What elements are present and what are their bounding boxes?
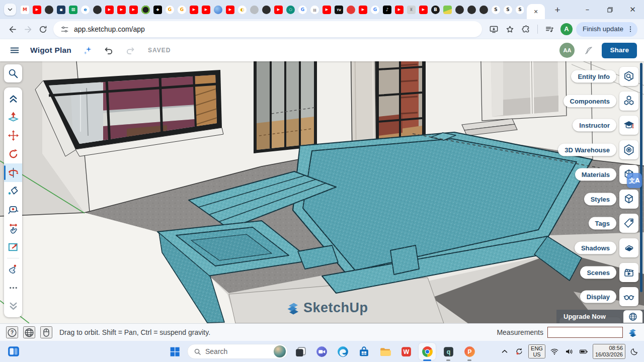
zoom-window-tool-button[interactable] [4,238,22,256]
browser-tab[interactable]: ▶ [129,6,138,14]
browser-tab[interactable] [347,6,355,14]
browser-tab[interactable]: ♪ [383,6,391,14]
browser-tab[interactable] [467,6,476,14]
browser-tab[interactable]: ▶ [419,6,428,14]
redo-button[interactable] [122,42,139,59]
browser-tab[interactable]: S [516,6,524,14]
components-panel-button[interactable] [619,92,638,111]
model-viewport[interactable]: SketchUp Entity InfoComponentsInstructor… [0,61,644,323]
p-photos-taskbar-icon[interactable]: P [461,343,478,360]
do-not-disturb-moon-icon[interactable] [629,346,640,357]
browser-tab[interactable]: ▶ [274,6,283,14]
browser-tab[interactable]: G [166,6,174,14]
address-bar[interactable]: app.sketchup.com/app [53,21,482,37]
browser-tab[interactable]: ♜ [407,6,416,14]
window-restore-button[interactable] [599,0,621,19]
tags-panel-button[interactable] [619,214,638,233]
browser-tab[interactable]: ||| [310,6,319,14]
site-settings-icon[interactable] [60,25,69,34]
language-globe-button[interactable] [623,310,642,323]
browser-tab[interactable] [479,6,488,14]
browser-tab[interactable]: ○ [286,6,295,14]
widgets-icon[interactable] [7,345,20,358]
language-indicator[interactable]: ENG US [528,344,545,358]
tab-scroll-chevron-icon[interactable] [4,4,16,16]
browser-tab[interactable]: S [504,6,512,14]
collapse-up-tool-button[interactable] [4,89,22,108]
browser-tab[interactable]: B [431,6,440,14]
browser-tab[interactable]: M [21,6,29,14]
document-title[interactable]: Wigot Plan [30,46,71,54]
browser-tab[interactable] [262,6,271,14]
browser-tab[interactable]: ▶ [395,6,404,14]
edge-taskbar-icon[interactable] [334,343,351,360]
browser-tab[interactable] [141,6,150,14]
ms-store-taskbar-icon[interactable] [355,343,372,360]
bookmark-star-icon[interactable] [502,22,517,37]
update-pending-icon[interactable] [514,346,525,357]
q-app-taskbar-icon[interactable]: q [440,343,457,360]
measurements-input[interactable] [547,327,623,338]
reload-button[interactable] [35,22,50,37]
browser-tab[interactable] [443,6,452,14]
browser-tab[interactable]: ▶ [226,6,234,14]
wifi-icon[interactable] [549,346,560,357]
rotate-tool-button[interactable] [4,145,22,163]
browser-tab[interactable]: ▶ [190,6,198,14]
browser-tab[interactable] [93,6,102,14]
install-app-icon[interactable] [486,22,501,37]
help-icon[interactable]: ? [6,326,18,338]
extensions-puzzle-icon[interactable] [518,22,533,37]
chrome-taskbar-icon[interactable] [419,343,436,360]
wps-office-taskbar-icon[interactable]: W [397,343,415,360]
ai-sparkle-icon[interactable] [79,42,97,59]
browser-tab[interactable]: G [178,6,186,14]
upgrade-banner[interactable]: Upgrade Now [556,310,644,323]
look-around-tool-button[interactable] [4,260,22,279]
active-tab[interactable]: × [527,4,545,19]
globe-language-icon[interactable] [23,326,35,338]
orbit-tool-button[interactable] [4,163,22,182]
browser-tab[interactable]: ▶ [323,6,331,14]
styles-panel-button[interactable] [619,190,638,209]
battery-charging-icon[interactable] [578,346,589,357]
translate-icon[interactable]: 文A [627,173,642,188]
tray-chevron-up-icon[interactable] [499,346,510,357]
browser-tab[interactable]: TV [335,6,343,14]
share-button[interactable]: Share [602,43,637,58]
media-playlist-icon[interactable] [542,22,557,37]
browser-tab[interactable]: S [492,6,500,14]
volume-icon[interactable] [564,346,575,357]
undo-button[interactable] [101,42,118,59]
clock-date[interactable]: 08:56 16/03/2026 [593,344,625,359]
browser-tab[interactable]: ▪ [57,6,65,14]
browser-menu-kebab-icon[interactable] [626,25,634,33]
move-tool-button[interactable] [4,126,22,145]
browser-tab[interactable]: G [298,6,307,14]
browser-tab[interactable] [250,6,259,14]
browser-tab[interactable]: ◐ [238,6,247,14]
browser-tab[interactable]: ▶ [33,6,41,14]
back-button[interactable] [5,22,20,37]
3d-warehouse-panel-button[interactable] [619,140,638,159]
entity-info-panel-button[interactable] [619,67,638,86]
search-tool-icon[interactable] [4,64,22,82]
paint-bucket-tool-button[interactable] [4,182,22,201]
finish-update-button[interactable]: Finish update [576,22,637,37]
taskbar-search-box[interactable]: Search [187,344,288,359]
sketchup-account-avatar[interactable]: AA [559,43,575,58]
quill-pen-icon[interactable] [580,42,597,59]
file-explorer-taskbar-icon[interactable] [376,343,393,360]
forward-button[interactable] [20,22,35,37]
display-panel-button[interactable] [619,287,638,306]
chat-taskbar-icon[interactable] [313,343,330,360]
browser-tab[interactable]: ▶ [117,6,126,14]
window-minimize-button[interactable]: – [576,0,599,19]
more-tools-tool-button[interactable] [4,279,22,297]
tape-measure-tool-button[interactable] [4,201,22,219]
browser-tab[interactable] [214,6,222,14]
pan-hand-tool-button[interactable] [4,219,22,238]
search-highlight-image[interactable] [274,345,286,357]
browser-tab[interactable]: G [371,6,379,14]
instructor-panel-button[interactable] [619,116,638,135]
